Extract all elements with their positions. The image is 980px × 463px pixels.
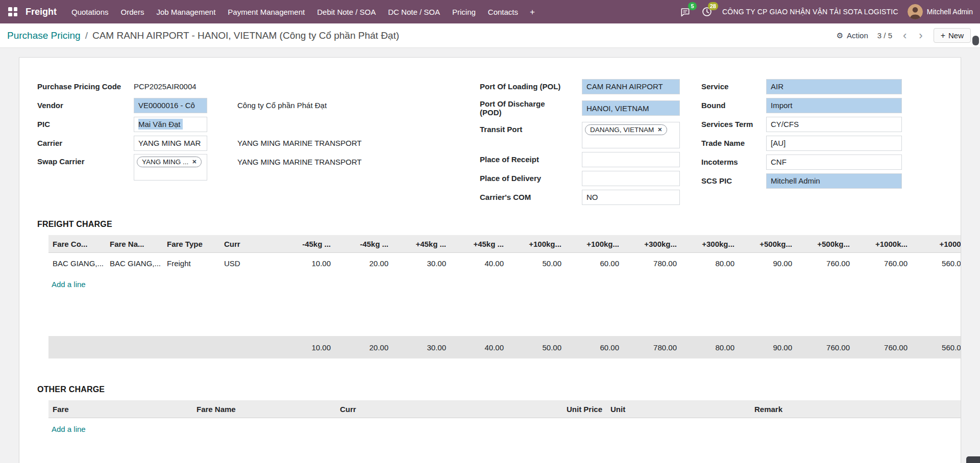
other-charge-add-a-line[interactable]: Add a line — [52, 425, 86, 433]
menu-contacts[interactable]: Contacts — [482, 4, 524, 20]
fc-header-plus45-1[interactable]: +45kg ... — [393, 240, 450, 248]
bound-input[interactable]: Import — [766, 98, 902, 113]
vertical-scrollbar-thumb[interactable] — [972, 36, 979, 45]
fc-header-plus45-2[interactable]: +45kg ... — [450, 240, 508, 248]
fc-header-minus45-1[interactable]: -45kg ... — [277, 240, 335, 248]
user-name: Mitchell Admin — [927, 8, 973, 16]
swap-carrier-input[interactable]: YANG MING ... ✕ — [134, 154, 207, 181]
scrollbar-corner[interactable] — [966, 456, 980, 463]
freight-charge-data-row[interactable]: BAC GIANG,... BAC GIANG,... Freight USD … — [48, 253, 961, 273]
fc-cell-plus500-2[interactable]: 760.00 — [796, 259, 854, 268]
carriers-com-input[interactable]: NO — [582, 190, 680, 205]
fc-header-plus1000-2[interactable]: +1000k — [912, 240, 961, 248]
menu-pricing[interactable]: Pricing — [447, 4, 481, 20]
user-avatar — [908, 4, 923, 19]
fc-cell-fare-name[interactable]: BAC GIANG,... — [106, 259, 163, 268]
fc-cell-plus300-1[interactable]: 780.00 — [623, 259, 681, 268]
menu-debit-note-soa[interactable]: Debit Note / SOA — [311, 4, 381, 20]
field-row-pol: Port Of Loading (POL) CAM RANH AIRPORT — [480, 77, 701, 96]
field-row-services-term: Services Term CY/CFS — [701, 115, 940, 134]
fc-header-plus1000-1[interactable]: +1000k... — [854, 240, 912, 248]
fc-cell-fare-code[interactable]: BAC GIANG,... — [48, 259, 106, 268]
new-record-button[interactable]: + New — [934, 28, 971, 43]
fc-cell-fare-type[interactable]: Freight — [163, 259, 220, 268]
fc-cell-plus500-1[interactable]: 90.00 — [739, 259, 796, 268]
oc-header-fare[interactable]: Fare — [48, 405, 192, 414]
scs-pic-input[interactable]: Mitchell Admin — [766, 173, 902, 189]
menu-orders[interactable]: Orders — [115, 4, 150, 20]
apps-grid-icon[interactable] — [8, 7, 17, 16]
oc-header-unit-price[interactable]: Unit Price — [555, 405, 606, 414]
swap-carrier-tag[interactable]: YANG MING ... ✕ — [137, 157, 202, 167]
fc-cell-minus45-2[interactable]: 20.00 — [335, 259, 393, 268]
transit-port-tag-remove-icon[interactable]: ✕ — [657, 126, 662, 133]
oc-header-curr[interactable]: Curr — [336, 405, 555, 414]
menu-job-management[interactable]: Job Management — [151, 4, 221, 20]
messages-button[interactable]: 5 — [679, 6, 692, 18]
fc-header-fare-code[interactable]: Fare Co... — [48, 240, 106, 248]
fc-header-curr[interactable]: Curr — [220, 240, 277, 248]
company-switcher[interactable]: CÔNG TY CP GIAO NHẬN VẬN TẢI SOTA LOGIST… — [722, 8, 898, 16]
fc-cell-plus300-2[interactable]: 80.00 — [681, 259, 739, 268]
service-input[interactable]: AIR — [766, 79, 902, 94]
field-row-vendor: Vendor VE0000016 - Cô Công ty Cổ phần Ph… — [37, 96, 480, 115]
app-name[interactable]: Freight — [26, 7, 57, 17]
fc-header-fare-type[interactable]: Fare Type — [163, 240, 220, 248]
add-menu-icon[interactable]: + — [525, 4, 540, 20]
freight-charge-header-row: Fare Co... Fare Na... Fare Type Curr -45… — [48, 235, 961, 253]
fc-header-plus100-1[interactable]: +100kg... — [508, 240, 566, 248]
services-term-label: Services Term — [701, 120, 766, 128]
fc-cell-plus100-2[interactable]: 60.00 — [566, 259, 623, 268]
fc-cell-plus45-1[interactable]: 30.00 — [393, 259, 450, 268]
fc-header-fare-name[interactable]: Fare Na... — [106, 240, 163, 248]
fc-header-minus45-2[interactable]: -45kg ... — [335, 240, 393, 248]
fc-cell-plus1000-2[interactable]: 560.00 — [912, 259, 961, 268]
pol-input[interactable]: CAM RANH AIRPORT — [582, 79, 680, 94]
other-charge-table: Fare Fare Name Curr Unit Price Unit Rema… — [48, 400, 961, 434]
action-menu-button[interactable]: ⚙ Action — [837, 31, 868, 40]
transit-port-tag[interactable]: DANANG, VIETNAM ✕ — [585, 124, 667, 135]
pic-input[interactable]: Mai Văn Đạt — [134, 117, 207, 132]
carrier-input[interactable]: YANG MING MAR — [134, 136, 207, 151]
menu-dc-note-soa[interactable]: DC Note / SOA — [382, 4, 446, 20]
trade-name-label: Trade Name — [701, 139, 766, 147]
pager-next-icon[interactable]: › — [917, 30, 924, 41]
fc-header-plus300-2[interactable]: +300kg... — [681, 240, 739, 248]
menu-payment-management[interactable]: Payment Management — [222, 4, 310, 20]
carriers-com-label: Carrier's COM — [480, 193, 582, 201]
pod-input[interactable]: HANOI, VIETNAM — [582, 100, 680, 116]
control-panel-right: ⚙ Action 3 / 5 ‹ › + New — [837, 28, 971, 43]
transit-port-input[interactable]: DANANG, VIETNAM ✕ — [582, 122, 680, 148]
oc-header-fare-name[interactable]: Fare Name — [192, 405, 336, 414]
fc-header-plus300-1[interactable]: +300kg... — [623, 240, 681, 248]
breadcrumb-purchase-pricing[interactable]: Purchase Pricing — [7, 30, 81, 41]
incoterms-input[interactable]: CNF — [766, 155, 902, 170]
transit-port-tag-label: DANANG, VIETNAM — [590, 126, 654, 134]
fc-cell-curr[interactable]: USD — [220, 259, 277, 268]
services-term-input[interactable]: CY/CFS — [766, 117, 902, 132]
field-row-scs-pic: SCS PIC Mitchell Admin — [701, 171, 940, 190]
user-menu[interactable]: Mitchell Admin — [908, 4, 973, 19]
fc-cell-plus100-1[interactable]: 50.00 — [508, 259, 566, 268]
menu-quotations[interactable]: Quotations — [66, 4, 114, 20]
action-label: Action — [847, 31, 868, 40]
place-of-receipt-input[interactable] — [582, 152, 680, 167]
oc-header-remark[interactable]: Remark — [750, 405, 961, 414]
pager-previous-icon[interactable]: ‹ — [901, 30, 908, 41]
freight-charge-add-a-line[interactable]: Add a line — [52, 280, 86, 289]
trade-name-input[interactable]: [AU] — [766, 136, 902, 151]
fc-header-plus500-2[interactable]: +500kg... — [796, 240, 854, 248]
vendor-input[interactable]: VE0000016 - Cô — [134, 98, 207, 113]
fc-header-plus500-1[interactable]: +500kg... — [739, 240, 796, 248]
swap-carrier-tag-remove-icon[interactable]: ✕ — [192, 159, 197, 165]
carrier-display-name: YANG MING MARINE TRANSPORT — [237, 139, 361, 147]
form-sheet: Purchase Pricing Code PCP2025AIR0004 Ven… — [19, 57, 961, 463]
activities-button[interactable]: 28 — [701, 6, 713, 18]
fc-header-plus100-2[interactable]: +100kg... — [566, 240, 623, 248]
fc-cell-plus45-2[interactable]: 40.00 — [450, 259, 508, 268]
fc-cell-minus45-1[interactable]: 10.00 — [277, 259, 335, 268]
oc-header-unit[interactable]: Unit — [606, 405, 750, 414]
place-of-delivery-label: Place of Delivery — [480, 174, 582, 183]
fc-cell-plus1000-1[interactable]: 760.00 — [854, 259, 912, 268]
place-of-delivery-input[interactable] — [582, 171, 680, 186]
